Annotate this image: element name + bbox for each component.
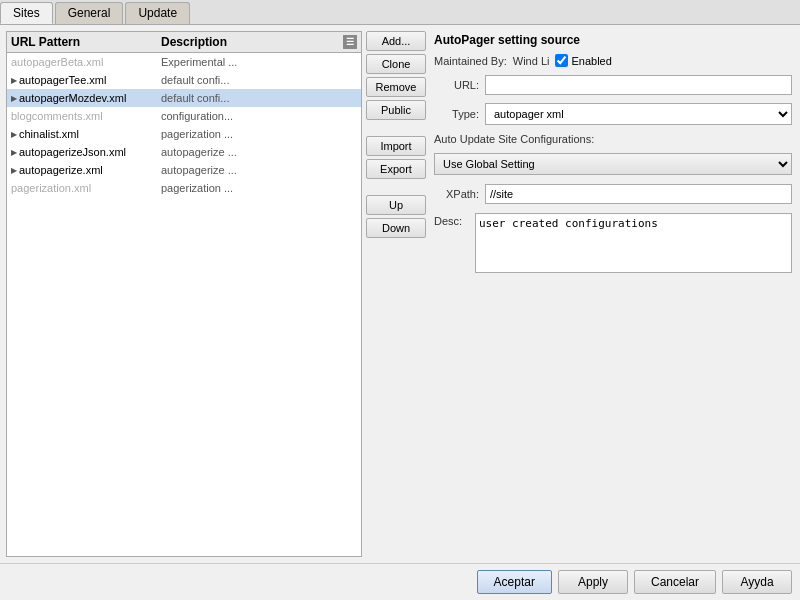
triangle-icon: ▶ (11, 76, 17, 85)
section-title: AutoPager setting source (434, 33, 792, 47)
row-url: ▶autopagerizeJson.xml (11, 146, 161, 158)
row-desc: Experimental ... (161, 56, 357, 68)
type-label: Type: (434, 108, 479, 120)
triangle-icon: ▶ (11, 130, 17, 139)
xpath-row: XPath: (434, 184, 792, 204)
row-url: ▶autopagerMozdev.xml (11, 92, 161, 104)
row-url-text: autopagerMozdev.xml (19, 92, 126, 104)
row-url: ▶chinalist.xml (11, 128, 161, 140)
maintained-by-value: Wind Li (513, 55, 550, 67)
table-header: URL Pattern Description ☰ (7, 32, 361, 53)
enabled-checkbox[interactable] (555, 54, 568, 67)
type-select[interactable]: autopager xml (485, 103, 792, 125)
desc-label: Desc: (434, 215, 469, 227)
left-panel: URL Pattern Description ☰ autopagerBeta.… (6, 31, 426, 557)
triangle-icon: ▶ (11, 94, 17, 103)
right-panel: AutoPager setting source Maintained By: … (432, 31, 794, 557)
desc-textarea[interactable]: user created configurations (475, 213, 792, 273)
row-desc: configuration... (161, 110, 357, 122)
col-desc-icon[interactable]: ☰ (343, 35, 357, 49)
table-row[interactable]: autopagerBeta.xmlExperimental ... (7, 53, 361, 71)
url-label: URL: (434, 79, 479, 91)
triangle-icon: ▶ (11, 148, 17, 157)
row-url-text: autopagerTee.xml (19, 74, 106, 86)
down-button[interactable]: Down (366, 218, 426, 238)
triangle-icon: ▶ (11, 166, 17, 175)
table-row[interactable]: ▶autopagerizeJson.xmlautopagerize ... (7, 143, 361, 161)
table-row[interactable]: blogcomments.xmlconfiguration... (7, 107, 361, 125)
row-desc: autopagerize ... (161, 164, 357, 176)
row-url: blogcomments.xml (11, 110, 161, 122)
url-input[interactable] (485, 75, 792, 95)
row-url-text: autopagerizeJson.xml (19, 146, 126, 158)
row-desc: default confi... (161, 74, 357, 86)
add-button[interactable]: Add... (366, 31, 426, 51)
apply-button[interactable]: Apply (558, 570, 628, 594)
row-url-text: autopagerBeta.xml (11, 56, 103, 68)
cancelar-button[interactable]: Cancelar (634, 570, 716, 594)
maintained-by-row: Maintained By: Wind Li Enabled (434, 54, 792, 67)
row-url: ▶autopagerTee.xml (11, 74, 161, 86)
row-url-text: chinalist.xml (19, 128, 79, 140)
aceptar-button[interactable]: Aceptar (477, 570, 552, 594)
row-url: autopagerBeta.xml (11, 56, 161, 68)
row-desc: pagerization ... (161, 128, 357, 140)
public-button[interactable]: Public (366, 100, 426, 120)
sites-table: URL Pattern Description ☰ autopagerBeta.… (6, 31, 362, 557)
row-url: ▶autopagerize.xml (11, 164, 161, 176)
enabled-checkbox-label[interactable]: Enabled (555, 54, 611, 67)
row-url-text: autopagerize.xml (19, 164, 103, 176)
tab-update[interactable]: Update (125, 2, 190, 24)
ayuda-button[interactable]: Ayyda (722, 570, 792, 594)
table-body: autopagerBeta.xmlExperimental ...▶autopa… (7, 53, 361, 197)
table-row[interactable]: ▶autopagerize.xmlautopagerize ... (7, 161, 361, 179)
export-button[interactable]: Export (366, 159, 426, 179)
remove-button[interactable]: Remove (366, 77, 426, 97)
up-button[interactable]: Up (366, 195, 426, 215)
row-url-text: blogcomments.xml (11, 110, 103, 122)
row-desc: autopagerize ... (161, 146, 357, 158)
row-desc: pagerization ... (161, 182, 357, 194)
xpath-input[interactable] (485, 184, 792, 204)
maintained-by-label: Maintained By: (434, 55, 507, 67)
auto-update-label: Auto Update Site Configurations: (434, 133, 594, 145)
clone-button[interactable]: Clone (366, 54, 426, 74)
url-row: URL: (434, 75, 792, 95)
main-content: URL Pattern Description ☰ autopagerBeta.… (0, 25, 800, 563)
table-row[interactable]: pagerization.xmlpagerization ... (7, 179, 361, 197)
row-url-text: pagerization.xml (11, 182, 91, 194)
row-desc: default confi... (161, 92, 357, 104)
col-desc-header: Description ☰ (161, 35, 357, 49)
tab-bar: Sites General Update (0, 0, 800, 25)
xpath-label: XPath: (434, 188, 479, 200)
tab-general[interactable]: General (55, 2, 124, 24)
table-row[interactable]: ▶autopagerMozdev.xmldefault confi... (7, 89, 361, 107)
tab-sites[interactable]: Sites (0, 2, 53, 24)
row-url: pagerization.xml (11, 182, 161, 194)
auto-update-row: Auto Update Site Configurations: (434, 133, 792, 145)
bottom-bar: Aceptar Apply Cancelar Ayyda (0, 563, 800, 600)
import-button[interactable]: Import (366, 136, 426, 156)
desc-section: Desc: user created configurations (434, 213, 792, 555)
enabled-label: Enabled (571, 55, 611, 67)
global-setting-select[interactable]: Use Global Setting (434, 153, 792, 175)
action-buttons: Add... Clone Remove Public Import Export… (366, 31, 426, 557)
type-row: Type: autopager xml (434, 103, 792, 125)
col-url-header: URL Pattern (11, 35, 161, 49)
table-row[interactable]: ▶autopagerTee.xmldefault confi... (7, 71, 361, 89)
table-row[interactable]: ▶chinalist.xmlpagerization ... (7, 125, 361, 143)
